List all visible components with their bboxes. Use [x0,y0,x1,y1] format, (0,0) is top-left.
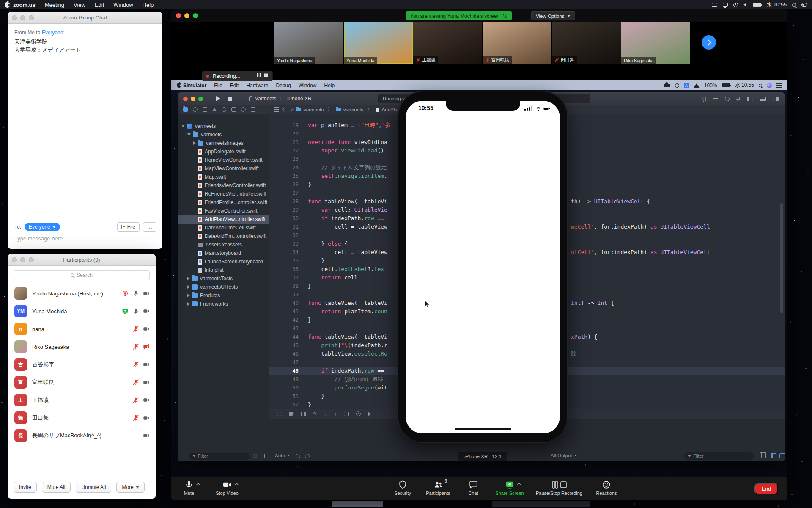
chevron-up-icon[interactable] [517,481,521,486]
clear-console-icon[interactable] [761,453,766,458]
console-pane-toggle-icon[interactable] [779,453,785,458]
file-tree-row[interactable]: varmeetsImages [178,139,269,147]
video-tile[interactable]: Yuna Mochida [344,22,413,64]
simulator-screen[interactable]: 10:55 [406,101,560,433]
navigator-pane-toggle-icon[interactable] [747,97,753,101]
step-into-icon[interactable] [324,411,327,417]
participants-search-input[interactable]: Search [14,270,150,280]
variables-view-scope-dropdown[interactable]: Auto [275,453,290,458]
file-tree-row[interactable]: varmeets [178,130,269,139]
source-control-status-icon[interactable] [261,454,265,458]
video-tile[interactable]: 田口舞 [552,22,621,64]
search-icon[interactable] [759,84,762,87]
control-center-icon[interactable] [801,3,807,7]
chat-recipient-dropdown[interactable]: Everyone [25,223,60,231]
breadcrumb[interactable]: varmeets [336,107,363,112]
chat-more-button[interactable]: … [143,222,156,232]
stop-icon[interactable] [264,73,269,79]
video-tile[interactable]: Riko Sagesaka [621,22,690,64]
pause-execution-icon[interactable] [301,412,306,416]
video-tile[interactable]: 富田咲良 [483,22,551,64]
invite-button[interactable]: Invite [14,482,37,493]
location-icon[interactable] [368,412,371,416]
file-tree-row[interactable]: DateAndTimeCell.swift [178,224,269,232]
unmute-all-button[interactable]: Unmute All [76,482,111,493]
file-tree-row[interactable]: FavViewController.swift [178,207,269,215]
zoom-button[interactable] [198,97,203,101]
file-tree-row[interactable]: AppDelegate.swift [178,147,269,156]
disclosure-closed-icon[interactable] [187,302,190,306]
breadcrumb[interactable]: varmeets [296,107,324,112]
mute-button[interactable]: Mute [184,480,194,496]
participant-row[interactable]: 長長嶋のサブMacBookAir(^_^) [8,427,156,444]
participant-row[interactable]: 富富田咲良 [8,373,156,391]
file-tree-row[interactable]: Map.swift [178,173,269,181]
participant-row[interactable]: 舞田口舞 [8,409,156,427]
disclosure-open-icon[interactable] [187,133,191,136]
variables-pane-toggle-icon[interactable] [771,453,776,458]
source-control-icon[interactable] [193,107,198,112]
remote-menubar-app[interactable]: Simulator [183,83,206,88]
participant-row[interactable]: YMYuna Mochida [8,302,156,320]
input-source-icon[interactable] [684,83,689,88]
adjust-editor-icon[interactable] [736,96,741,102]
code-braces-icon[interactable] [702,96,706,102]
tests-icon[interactable] [222,107,226,112]
file-tree-row[interactable]: AddPlanView...ntroller.swift [178,215,269,224]
memory-graph-icon[interactable] [356,411,361,416]
close-button[interactable] [12,15,17,20]
close-button[interactable] [176,13,181,18]
navigator-filter-input[interactable]: Filter [189,453,250,460]
hide-debug-area-icon[interactable] [277,412,282,416]
zoom-button[interactable] [193,13,198,18]
file-tree-row[interactable]: FriendProfile...ontroller.swift [178,198,269,207]
back-icon[interactable] [283,108,287,112]
battery-icon[interactable] [753,3,761,7]
filter-variables-icon[interactable] [305,454,310,458]
participant-row[interactable]: Yoichi Nagashima (Host, me) [8,284,156,302]
menubar-item-view[interactable]: View [74,2,85,8]
minimize-button[interactable] [20,257,25,262]
file-tree-row[interactable]: varmeetsTests [178,274,269,283]
keyboard-icon[interactable] [712,3,717,7]
cloud-icon[interactable] [664,84,670,87]
wifi-icon[interactable] [694,83,700,88]
recording-indicator-window[interactable]: Recording... [202,71,273,81]
status-circle-icon[interactable] [675,83,679,88]
remote-menubar-item-file[interactable]: File [214,83,222,88]
disclosure-closed-icon[interactable] [187,294,190,297]
menubar-item-meeting[interactable]: Meeting [45,2,64,8]
console-output-dropdown[interactable]: All Output [551,453,577,458]
remote-menubar-item-help[interactable]: Help [324,83,335,88]
participants-button[interactable]: 9Participants [426,480,450,496]
menubar-item-zoom-us[interactable]: zoom.us [13,2,36,8]
inspector-pane-toggle-icon[interactable] [773,97,779,101]
step-out-icon[interactable] [334,411,337,417]
disclosure-closed-icon[interactable] [193,141,196,145]
menubar-item-help[interactable]: Help [143,2,154,8]
chat-message-input[interactable]: Type message here... [14,235,67,242]
minimize-button[interactable] [191,97,195,101]
related-items-icon[interactable] [274,107,279,112]
file-tree-row[interactable]: Products [178,291,269,300]
file-tree-row[interactable]: Frameworks [178,300,269,308]
issues-icon[interactable] [212,108,217,111]
step-over-icon[interactable] [313,411,317,417]
console-filter-input[interactable]: Filter [684,452,754,460]
apple-menu-icon[interactable] [5,2,10,8]
iphone-simulator[interactable]: 10:55 [398,91,568,443]
end-meeting-button[interactable]: End [754,483,778,494]
file-tree-row[interactable]: LaunchScreen.storyboard [178,257,269,266]
forward-icon[interactable] [289,108,294,112]
video-tile[interactable]: Yoichi Nagashima [274,22,343,64]
file-tree-row[interactable]: MapViewController.swift [178,164,269,173]
participant-row[interactable]: 王王福瀛 [8,391,156,409]
zoom-button[interactable] [29,15,34,20]
chat-titlebar[interactable]: Zoom Group Chat [8,12,162,24]
volume-icon[interactable] [743,3,746,6]
pause-icon[interactable] [257,73,261,79]
mute-all-button[interactable]: Mute All [42,482,71,493]
stop-video-button[interactable]: Stop Video [216,480,239,496]
participant-row[interactable]: nnana [8,320,156,338]
close-button[interactable] [12,257,17,262]
